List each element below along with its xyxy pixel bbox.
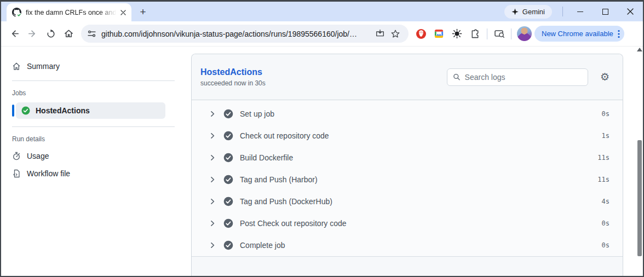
- github-actions-page: Summary Jobs HostedActions Run details U…: [1, 47, 643, 276]
- step-success-icon: [223, 131, 233, 141]
- tab-close-icon[interactable]: [118, 8, 128, 18]
- step-name: Tag and Push (Harbor): [240, 175, 318, 184]
- sun-extension-icon[interactable]: [448, 25, 466, 43]
- log-settings-gear-icon[interactable]: ⚙: [600, 72, 610, 82]
- maximize-button[interactable]: [593, 2, 618, 21]
- address-bar[interactable]: github.com/idjohnson/vikunja-status-page…: [81, 25, 409, 43]
- step-row[interactable]: Tag and Push (DockerHub) 4s: [192, 191, 623, 212]
- scrollbar-thumb[interactable]: [637, 140, 642, 256]
- sidebar-item-usage[interactable]: Usage: [12, 148, 191, 164]
- chevron-right-icon[interactable]: [208, 219, 217, 228]
- sidebar-divider: [12, 80, 175, 81]
- run-details-section-label: Run details: [12, 135, 191, 143]
- browser-window: fix the damn CRLFs once and fo + Gemini: [0, 0, 644, 277]
- step-duration: 11s: [597, 176, 610, 183]
- close-button[interactable]: [618, 2, 643, 21]
- sidebar-item-workflow-file[interactable]: Workflow file: [12, 166, 191, 181]
- update-label: New Chrome available: [542, 30, 613, 38]
- controls-divider: [562, 7, 563, 16]
- job-log-panel: HostedActions succeeded now in 30s ⚙: [191, 47, 643, 276]
- site-settings-icon[interactable]: [88, 30, 96, 38]
- sidebar-divider: [12, 126, 175, 127]
- step-success-icon: [223, 175, 233, 184]
- forward-button[interactable]: [24, 25, 42, 43]
- job-card-header: HostedActions succeeded now in 30s ⚙: [192, 54, 623, 100]
- step-name: Post Check out repository code: [240, 219, 347, 228]
- step-name: Complete job: [240, 241, 285, 250]
- log-footer-area: [192, 256, 623, 276]
- reload-button[interactable]: [42, 25, 60, 43]
- run-sidebar: Summary Jobs HostedActions Run details U…: [1, 47, 191, 276]
- chevron-right-icon[interactable]: [208, 241, 217, 250]
- profile-avatar[interactable]: [517, 26, 532, 41]
- step-row[interactable]: Build Dockerfile 11s: [192, 147, 623, 169]
- step-success-icon: [223, 197, 233, 206]
- home-button[interactable]: [60, 25, 78, 43]
- install-app-icon[interactable]: [372, 26, 388, 42]
- toolbar-divider: [511, 28, 511, 39]
- step-row[interactable]: Post Check out repository code 0s: [192, 212, 623, 234]
- step-duration: 11s: [597, 154, 610, 161]
- photos-extension-icon[interactable]: [430, 25, 448, 43]
- page-scrollbar[interactable]: [636, 47, 643, 276]
- browser-tab[interactable]: fix the damn CRLFs once and fo: [7, 3, 131, 21]
- github-favicon-icon: [12, 8, 21, 17]
- step-row[interactable]: Set up job 0s: [192, 103, 623, 125]
- tab-search-icon[interactable]: [490, 25, 508, 43]
- browser-toolbar: github.com/idjohnson/vikunja-status-page…: [1, 21, 643, 47]
- adblock-extension-icon[interactable]: [412, 25, 430, 43]
- search-logs-input[interactable]: [465, 73, 582, 82]
- job-card: HostedActions succeeded now in 30s ⚙: [191, 54, 623, 276]
- sidebar-item-label: Workflow file: [27, 169, 70, 178]
- step-success-icon: [223, 153, 233, 163]
- search-icon: [453, 73, 461, 81]
- tab-strip: fix the damn CRLFs once and fo + Gemini: [1, 2, 643, 21]
- step-name: Build Dockerfile: [240, 153, 293, 162]
- step-duration: 4s: [602, 198, 610, 205]
- step-duration: 1s: [602, 132, 610, 140]
- bookmark-star-icon[interactable]: [388, 26, 403, 42]
- step-success-icon: [223, 218, 233, 228]
- minimize-button[interactable]: [567, 2, 593, 21]
- step-name: Tag and Push (DockerHub): [240, 197, 332, 206]
- back-button[interactable]: [5, 25, 24, 43]
- step-name: Check out repository code: [240, 131, 329, 140]
- step-duration: 0s: [602, 241, 610, 249]
- step-row[interactable]: Tag and Push (Harbor) 11s: [192, 169, 623, 191]
- job-title-link[interactable]: HostedActions: [200, 67, 266, 77]
- sidebar-item-label: HostedActions: [36, 106, 90, 115]
- job-status-text: succeeded now in 30s: [200, 79, 266, 87]
- step-success-icon: [223, 240, 233, 250]
- extensions-puzzle-icon[interactable]: [466, 25, 484, 43]
- sidebar-item-label: Summary: [27, 62, 60, 71]
- url-text[interactable]: github.com/idjohnson/vikunja-status-page…: [101, 30, 372, 38]
- code-file-icon: [12, 169, 21, 178]
- stopwatch-icon: [12, 152, 21, 160]
- new-tab-button[interactable]: +: [136, 5, 150, 19]
- chevron-right-icon[interactable]: [208, 197, 217, 206]
- step-row[interactable]: Complete job 0s: [192, 234, 623, 256]
- kebab-menu-icon[interactable]: [618, 30, 620, 38]
- gemini-button[interactable]: Gemini: [504, 5, 552, 19]
- gemini-label: Gemini: [522, 8, 545, 16]
- chrome-update-menu-button[interactable]: New Chrome available: [534, 26, 624, 42]
- search-logs-box[interactable]: [447, 68, 588, 86]
- jobs-section-label: Jobs: [12, 89, 191, 97]
- step-name: Set up job: [240, 109, 274, 118]
- success-check-icon: [21, 106, 30, 115]
- step-success-icon: [223, 109, 233, 119]
- sidebar-item-summary[interactable]: Summary: [12, 59, 191, 74]
- step-row[interactable]: Check out repository code 1s: [192, 125, 623, 147]
- window-controls: [562, 2, 643, 21]
- home-icon: [12, 62, 21, 71]
- job-steps-list: Set up job 0s Check out repository code …: [192, 100, 623, 256]
- chevron-right-icon[interactable]: [208, 131, 217, 140]
- chevron-right-icon[interactable]: [208, 109, 217, 118]
- sidebar-item-hostedactions[interactable]: HostedActions: [16, 102, 165, 119]
- step-duration: 0s: [602, 110, 610, 118]
- chevron-right-icon[interactable]: [208, 175, 217, 184]
- sidebar-item-label: Usage: [27, 152, 49, 160]
- scrollbar-up-arrow[interactable]: [637, 48, 642, 51]
- chevron-right-icon[interactable]: [208, 153, 217, 162]
- toolbar-divider: [487, 28, 487, 39]
